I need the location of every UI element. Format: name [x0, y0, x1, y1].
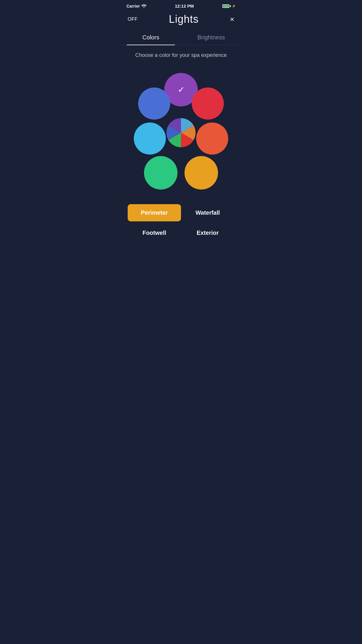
carrier-info: Carrier	[126, 4, 146, 8]
zone-waterfall[interactable]: Waterfall	[181, 204, 234, 221]
charging-icon: ⚡	[232, 4, 236, 8]
selected-checkmark: ✓	[178, 85, 184, 94]
zone-exterior[interactable]: Exterior	[181, 224, 234, 242]
page-title: Lights	[169, 13, 198, 25]
zone-perimeter[interactable]: Perimeter	[128, 204, 181, 221]
color-blue[interactable]	[138, 88, 170, 120]
status-bar: Carrier 12:12 PM ⚡	[121, 0, 241, 10]
zone-selector: Perimeter Waterfall Footwell Exterior	[121, 198, 241, 253]
carrier-label: Carrier	[126, 4, 140, 8]
battery-area: ⚡	[222, 4, 236, 8]
color-yellow[interactable]	[184, 156, 218, 190]
color-orange[interactable]	[196, 123, 228, 155]
close-button[interactable]: ×	[230, 15, 234, 23]
tab-brightness[interactable]: Brightness	[181, 30, 241, 45]
zone-row-bottom: Footwell Exterior	[128, 224, 234, 242]
color-green[interactable]	[144, 156, 178, 190]
status-time: 12:12 PM	[175, 4, 194, 8]
off-toggle[interactable]: OFF	[128, 16, 138, 22]
color-multi[interactable]	[165, 117, 197, 149]
tab-colors[interactable]: Colors	[121, 30, 181, 45]
battery-icon	[222, 4, 231, 8]
zone-row-top: Perimeter Waterfall	[128, 204, 234, 221]
color-wheel-svg	[165, 117, 197, 149]
subtitle-text: Choose a color for your spa experience	[121, 52, 241, 58]
zone-footwell[interactable]: Footwell	[128, 224, 181, 242]
color-grid: ✓	[121, 64, 241, 198]
wifi-icon	[142, 4, 146, 8]
color-cyan[interactable]	[134, 123, 166, 155]
tabs-container: Colors Brightness	[121, 30, 241, 45]
color-red[interactable]	[192, 88, 224, 120]
header: OFF Lights ×	[121, 10, 241, 30]
